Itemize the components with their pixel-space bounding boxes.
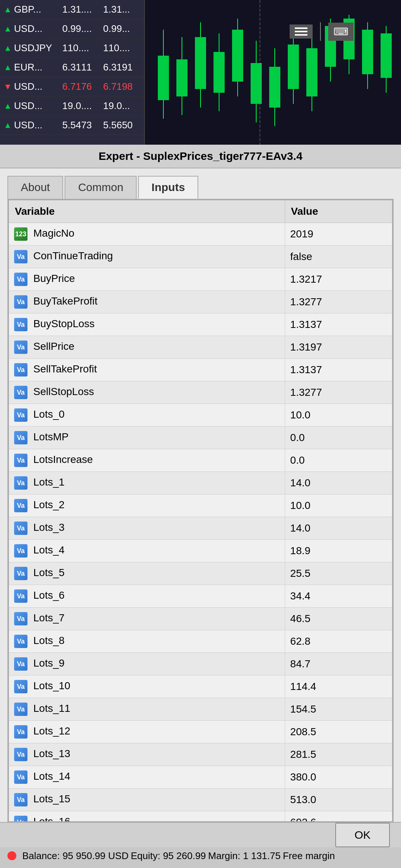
table-row[interactable]: Va Lots_12 208.5 — [9, 721, 392, 743]
variable-icon: Va — [14, 454, 27, 467]
value-cell: 34.4 — [285, 585, 392, 608]
chart-svg — [145, 0, 401, 145]
column-header-variable: Variable — [9, 200, 285, 223]
table-row[interactable]: Va SellPrice 1.3197 — [9, 336, 392, 359]
price2: 6.7198 — [103, 81, 133, 92]
list-item[interactable]: ▼ USD... 6.7176 6.7198 — [0, 77, 144, 96]
value-cell: 1.3277 — [285, 291, 392, 313]
table-row[interactable]: Va BuyTakeProfit 1.3277 — [9, 291, 392, 313]
variable-value: 154.5 — [290, 703, 316, 715]
list-item[interactable]: ▲ USD... 19.0.... 19.0... — [0, 96, 144, 116]
variable-icon: Va — [14, 725, 27, 739]
price1: 1.31.... — [62, 4, 103, 15]
price1: 110.... — [62, 42, 103, 54]
tab-inputs[interactable]: Inputs — [138, 176, 198, 199]
arrow-up-icon: ▲ — [4, 63, 12, 72]
variable-name: Lots_10 — [33, 680, 71, 691]
svg-rect-22 — [306, 48, 317, 96]
table-row[interactable]: Va Lots_3 14.0 — [9, 517, 392, 540]
table-row[interactable]: Va Lots_2 10.0 — [9, 494, 392, 517]
variable-icon: Va — [14, 386, 27, 399]
svg-rect-20 — [269, 67, 280, 108]
menu-button[interactable] — [290, 24, 313, 39]
bottom-bar: OK — [0, 822, 401, 847]
variable-cell: Va Lots_10 — [9, 675, 285, 698]
price2: 0.99... — [103, 23, 130, 34]
variable-icon: Va — [14, 476, 27, 490]
table-row[interactable]: Va ConTinueTrading false — [9, 246, 392, 268]
table-row[interactable]: 123 MagicNo 2019 — [9, 223, 392, 246]
arrow-up-icon: ▲ — [4, 101, 12, 111]
table-row[interactable]: Va SellStopLoss 1.3277 — [9, 381, 392, 404]
table-row[interactable]: Va SellTakeProfit 1.3137 — [9, 359, 392, 381]
variable-value: 513.0 — [290, 794, 316, 805]
variable-icon: Va — [14, 612, 27, 625]
svg-rect-14 — [158, 56, 169, 100]
symbol: EUR... — [14, 62, 62, 73]
keyboard-button[interactable]: ⌨ — [328, 23, 353, 41]
list-item[interactable]: ▲ EUR... 6.3111 6.3191 — [0, 58, 144, 77]
table-row[interactable]: Va Lots_1 14.0 — [9, 472, 392, 494]
variable-icon: Va — [14, 635, 27, 648]
table-row[interactable]: Va Lots_5 25.5 — [9, 562, 392, 585]
variable-cell: Va LotsIncrease — [9, 449, 285, 472]
price2: 6.3191 — [103, 62, 133, 73]
price1: 6.3111 — [62, 62, 103, 73]
variable-name: Lots_16 — [33, 816, 71, 822]
table-row[interactable]: Va LotsMP 0.0 — [9, 427, 392, 449]
svg-rect-15 — [176, 59, 188, 96]
table-row[interactable]: Va Lots_8 62.8 — [9, 630, 392, 653]
table-row[interactable]: Va Lots_16 692.6 — [9, 811, 392, 822]
price2: 1.31... — [103, 4, 130, 15]
variable-icon: Va — [14, 770, 27, 784]
variable-icon: Va — [14, 431, 27, 444]
symbol: USD... — [14, 119, 62, 131]
table-row[interactable]: Va BuyStopLoss 1.3137 — [9, 313, 392, 336]
variable-name: LotsIncrease — [33, 454, 93, 465]
arrow-down-icon: ▼ — [4, 82, 12, 92]
table-row[interactable]: Va Lots_6 34.4 — [9, 585, 392, 608]
variable-value: 14.0 — [290, 477, 311, 489]
table-row[interactable]: Va Lots_15 513.0 — [9, 789, 392, 811]
list-item[interactable]: ▲ USDJPY 110.... 110.... — [0, 39, 144, 58]
variable-name: Lots_1 — [33, 476, 65, 488]
variable-value: 0.0 — [290, 454, 305, 466]
list-item[interactable]: ▲ USD... 0.99.... 0.99... — [0, 19, 144, 39]
variable-value: false — [290, 251, 312, 262]
variable-value: 1.3217 — [290, 273, 322, 285]
table-row[interactable]: Va Lots_7 46.5 — [9, 608, 392, 630]
variable-name: Lots_6 — [33, 589, 65, 601]
variable-icon: Va — [14, 408, 27, 422]
table-row[interactable]: Va Lots_14 380.0 — [9, 766, 392, 789]
chart-area: ⌨ — [145, 0, 401, 145]
table-row[interactable]: Va Lots_10 114.4 — [9, 675, 392, 698]
value-cell: 154.5 — [285, 698, 392, 721]
svg-rect-25 — [362, 30, 373, 74]
table-row[interactable]: Va Lots_9 84.7 — [9, 653, 392, 675]
variable-name: Lots_4 — [33, 544, 65, 556]
list-item[interactable]: ▲ USD... 5.5473 5.5650 — [0, 116, 144, 135]
tab-common[interactable]: Common — [65, 176, 137, 199]
table-row[interactable]: Va Lots_0 10.0 — [9, 404, 392, 427]
table-row[interactable]: Va BuyPrice 1.3217 — [9, 268, 392, 291]
value-cell: 114.4 — [285, 675, 392, 698]
variable-name: Lots_9 — [33, 657, 65, 669]
value-cell: 0.0 — [285, 427, 392, 449]
table-row[interactable]: Va Lots_13 281.5 — [9, 743, 392, 766]
tab-about[interactable]: About — [7, 176, 63, 199]
table-row[interactable]: Va Lots_4 18.9 — [9, 540, 392, 562]
table-row[interactable]: Va Lots_11 154.5 — [9, 698, 392, 721]
variable-value: 34.4 — [290, 590, 311, 602]
ok-button[interactable]: OK — [335, 823, 390, 847]
value-cell: 1.3217 — [285, 268, 392, 291]
svg-rect-16 — [195, 37, 206, 89]
variable-cell: Va Lots_5 — [9, 562, 285, 585]
price1: 6.7176 — [62, 81, 103, 92]
list-item[interactable]: ▲ GBP... 1.31.... 1.31... — [0, 0, 144, 19]
arrow-up-icon: ▲ — [4, 24, 12, 34]
table-row[interactable]: Va LotsIncrease 0.0 — [9, 449, 392, 472]
variable-icon: Va — [14, 273, 27, 286]
svg-rect-21 — [288, 45, 299, 89]
variable-name: BuyTakeProfit — [33, 295, 98, 307]
value-cell: 14.0 — [285, 472, 392, 494]
